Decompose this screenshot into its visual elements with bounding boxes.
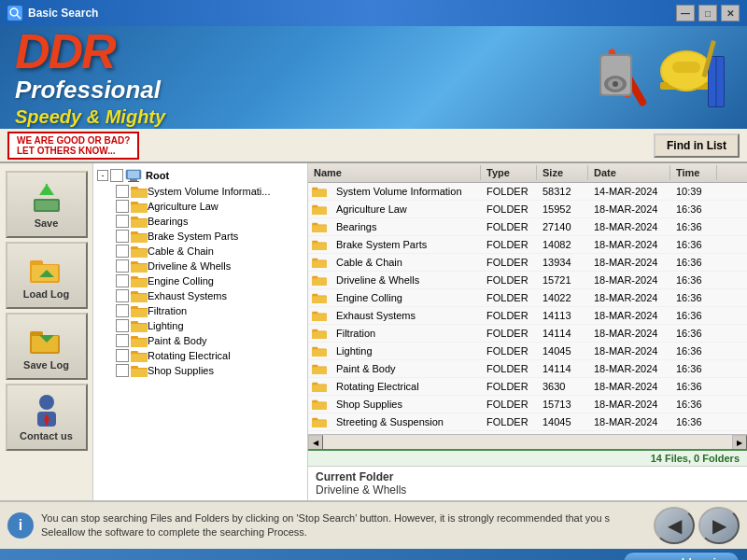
file-folder-icon bbox=[312, 239, 327, 250]
file-type: FOLDER bbox=[481, 344, 537, 357]
info-icon: i bbox=[7, 512, 34, 539]
header-date: Date bbox=[588, 165, 670, 180]
maximize-button[interactable]: □ bbox=[698, 5, 717, 21]
file-tree-panel[interactable]: - Root System Volume Informati... bbox=[93, 163, 308, 500]
file-size: 14045 bbox=[537, 344, 588, 357]
file-date: 18-MAR-2024 bbox=[588, 238, 670, 251]
file-rows-container: System Volume Information FOLDER 58312 1… bbox=[308, 183, 747, 431]
tree-item[interactable]: System Volume Informati... bbox=[112, 184, 307, 199]
tree-checkbox[interactable] bbox=[116, 349, 129, 362]
tree-item[interactable]: Driveline & Whells bbox=[112, 259, 307, 273]
status-bar: i You can stop searching Files and Folde… bbox=[0, 500, 747, 549]
load-log-button[interactable]: Load Log bbox=[6, 242, 88, 309]
tree-item[interactable]: Bearings bbox=[112, 214, 307, 229]
file-row[interactable]: Shop Supplies FOLDER 15713 18-MAR-2024 1… bbox=[308, 396, 747, 413]
svg-rect-56 bbox=[131, 279, 148, 287]
file-name: Paint & Body bbox=[331, 362, 402, 375]
back-button[interactable]: ◀ bbox=[654, 507, 695, 544]
feedback-badge[interactable]: WE ARE GOOD OR BAD? LET OTHERS KNOW... bbox=[7, 132, 139, 160]
save-log-button[interactable]: Save Log bbox=[6, 313, 88, 380]
file-row[interactable]: Driveline & Whells FOLDER 15721 18-MAR-2… bbox=[308, 272, 747, 289]
file-size: 27140 bbox=[537, 220, 588, 233]
tree-item-label: Agriculture Law bbox=[148, 201, 218, 212]
svg-rect-7 bbox=[672, 62, 700, 73]
contact-us-button[interactable]: Contact us bbox=[6, 384, 88, 451]
file-row[interactable]: Engine Colling FOLDER 14022 18-MAR-2024 … bbox=[308, 289, 747, 307]
tree-item[interactable]: Filtration bbox=[112, 303, 307, 318]
file-row[interactable]: Brake System Parts FOLDER 14082 18-MAR-2… bbox=[308, 236, 747, 254]
file-row[interactable]: Agriculture Law FOLDER 15952 18-MAR-2024… bbox=[308, 201, 747, 218]
tree-items-container: System Volume Informati... Agriculture L… bbox=[93, 184, 307, 378]
tree-item[interactable]: Agriculture Law bbox=[112, 199, 307, 214]
tree-item[interactable]: Exhaust Systems bbox=[112, 288, 307, 303]
tree-root-row[interactable]: - Root bbox=[93, 167, 307, 184]
header-banner: DDR Professional Speedy & Mighty bbox=[0, 26, 747, 129]
tree-checkbox[interactable] bbox=[116, 259, 129, 273]
tree-item[interactable]: Shop Supplies bbox=[112, 363, 307, 378]
tree-checkbox[interactable] bbox=[116, 230, 129, 243]
svg-rect-59 bbox=[131, 294, 148, 302]
file-list-panel: Name Type Size Date Time System Volume I… bbox=[308, 163, 747, 500]
minimize-button[interactable]: — bbox=[676, 5, 695, 21]
root-expand-icon[interactable]: - bbox=[97, 170, 108, 181]
file-time: 16:36 bbox=[670, 327, 717, 340]
file-row[interactable]: Paint & Body FOLDER 14114 18-MAR-2024 16… bbox=[308, 360, 747, 378]
svg-rect-95 bbox=[312, 296, 326, 303]
hscroll-left-button[interactable]: ◀ bbox=[308, 435, 323, 450]
folder-icon bbox=[131, 259, 148, 273]
tree-item[interactable]: Paint & Body bbox=[112, 333, 307, 348]
horizontal-scrollbar[interactable]: ◀ ▶ bbox=[308, 434, 747, 449]
forward-button[interactable]: ▶ bbox=[698, 507, 740, 544]
window-title: Basic Search bbox=[28, 7, 676, 20]
tree-item[interactable]: Cable & Chain bbox=[112, 244, 307, 259]
svg-rect-50 bbox=[131, 249, 148, 258]
tree-item[interactable]: Brake System Parts bbox=[112, 229, 307, 244]
tree-item[interactable]: Engine Colling bbox=[112, 273, 307, 288]
save-button[interactable]: Save bbox=[6, 171, 88, 238]
file-list-body[interactable]: System Volume Information FOLDER 58312 1… bbox=[308, 183, 747, 434]
tree-checkbox[interactable] bbox=[116, 364, 129, 377]
svg-rect-77 bbox=[312, 189, 326, 197]
file-row[interactable]: Streeting & Suspension FOLDER 14045 18-M… bbox=[308, 413, 747, 431]
file-row[interactable]: System Volume Information FOLDER 58312 1… bbox=[308, 183, 747, 201]
website-url[interactable]: www.pdd.co.in bbox=[623, 552, 740, 561]
left-sidebar: Save Load Log Save Log bbox=[0, 163, 93, 500]
tree-checkbox[interactable] bbox=[116, 274, 129, 287]
hscroll-right-button[interactable]: ▶ bbox=[732, 435, 747, 450]
save-label: Save bbox=[35, 217, 59, 229]
file-row[interactable]: Filtration FOLDER 14114 18-MAR-2024 16:3… bbox=[308, 325, 747, 343]
root-checkbox[interactable] bbox=[110, 169, 123, 182]
tree-item-label: Shop Supplies bbox=[148, 365, 214, 376]
current-folder-panel: Current Folder Driveline & Whells bbox=[308, 466, 747, 500]
window-controls: — □ ✕ bbox=[676, 5, 740, 21]
tree-item[interactable]: Rotating Electrical bbox=[112, 348, 307, 363]
header-size: Size bbox=[537, 165, 588, 180]
folder-icon bbox=[131, 185, 148, 198]
file-name: Exhaust Systems bbox=[331, 309, 421, 322]
tree-checkbox[interactable] bbox=[116, 319, 129, 332]
tree-checkbox[interactable] bbox=[116, 185, 129, 198]
tree-checkbox[interactable] bbox=[116, 289, 129, 302]
file-row[interactable]: Lighting FOLDER 14045 18-MAR-2024 16:36 bbox=[308, 343, 747, 360]
hscroll-track[interactable] bbox=[323, 435, 732, 449]
file-name-cell: Agriculture Law bbox=[308, 202, 481, 217]
app-icon bbox=[7, 6, 22, 21]
file-row[interactable]: Cable & Chain FOLDER 13934 18-MAR-2024 1… bbox=[308, 254, 747, 272]
file-name: Cable & Chain bbox=[331, 256, 408, 269]
find-in-list-button[interactable]: Find in List bbox=[654, 133, 740, 158]
tree-checkbox[interactable] bbox=[116, 245, 129, 258]
tree-item-label: Bearings bbox=[148, 216, 188, 227]
file-row[interactable]: Bearings FOLDER 27140 18-MAR-2024 16:36 bbox=[308, 218, 747, 236]
tree-checkbox[interactable] bbox=[116, 304, 129, 317]
file-time: 16:36 bbox=[670, 273, 717, 287]
folder-icon bbox=[131, 230, 148, 243]
tree-item[interactable]: Lighting bbox=[112, 318, 307, 333]
file-row[interactable]: Exhaust Systems FOLDER 14113 18-MAR-2024… bbox=[308, 307, 747, 325]
close-button[interactable]: ✕ bbox=[721, 5, 740, 21]
file-time: 16:36 bbox=[670, 415, 717, 428]
tree-checkbox[interactable] bbox=[116, 200, 129, 213]
tree-checkbox[interactable] bbox=[116, 334, 129, 347]
tree-item-label: Brake System Parts bbox=[148, 231, 238, 242]
tree-checkbox[interactable] bbox=[116, 215, 129, 228]
file-row[interactable]: Rotating Electrical FOLDER 3630 18-MAR-2… bbox=[308, 378, 747, 396]
